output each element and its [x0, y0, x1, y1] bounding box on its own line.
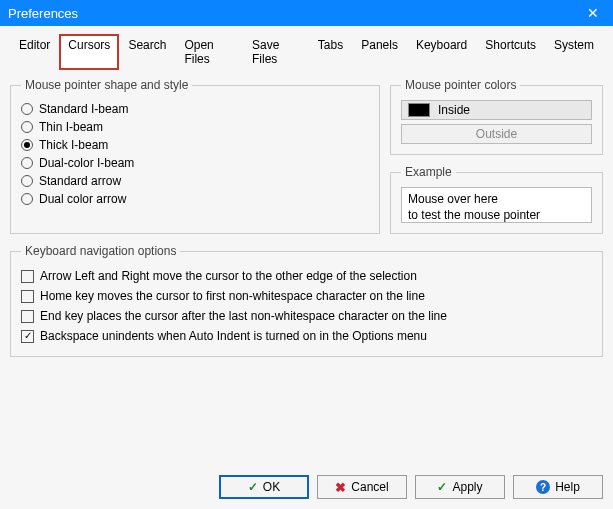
button-label: Help — [555, 480, 580, 494]
radio-icon — [21, 103, 33, 115]
radio-icon — [21, 193, 33, 205]
radio-standard-ibeam[interactable]: Standard I-beam — [21, 100, 369, 118]
content-area: Editor Cursors Search Open Files Save Fi… — [0, 26, 613, 509]
tab-open-files[interactable]: Open Files — [175, 34, 243, 70]
tabstrip: Editor Cursors Search Open Files Save Fi… — [10, 34, 603, 70]
button-label: Apply — [452, 480, 482, 494]
shape-legend: Mouse pointer shape and style — [21, 78, 192, 92]
radio-label: Standard I-beam — [39, 102, 128, 116]
cancel-button[interactable]: ✖ Cancel — [317, 475, 407, 499]
check-end-key[interactable]: End key places the cursor after the last… — [21, 306, 592, 326]
tab-save-files[interactable]: Save Files — [243, 34, 309, 70]
example-line1: Mouse over here — [408, 192, 585, 208]
close-icon: ✕ — [587, 5, 599, 21]
ok-button[interactable]: ✓ OK — [219, 475, 309, 499]
radio-label: Thick I-beam — [39, 138, 108, 152]
tab-shortcuts[interactable]: Shortcuts — [476, 34, 545, 70]
radio-label: Dual color arrow — [39, 192, 126, 206]
check-label: End key places the cursor after the last… — [40, 309, 447, 323]
tab-panels[interactable]: Panels — [352, 34, 407, 70]
color-outside[interactable]: Outside — [401, 124, 592, 144]
radio-label: Thin I-beam — [39, 120, 103, 134]
check-backspace-unindent[interactable]: ✓ Backspace unindents when Auto Indent i… — [21, 326, 592, 346]
titlebar: Preferences ✕ — [0, 0, 613, 26]
check-label: Home key moves the cursor to first non-w… — [40, 289, 425, 303]
color-label: Inside — [438, 103, 470, 117]
tab-system[interactable]: System — [545, 34, 603, 70]
keyboard-group: Keyboard navigation options Arrow Left a… — [10, 244, 603, 357]
tab-search[interactable]: Search — [119, 34, 175, 70]
check-label: Backspace unindents when Auto Indent is … — [40, 329, 427, 343]
checkbox-icon — [21, 290, 34, 303]
radio-standard-arrow[interactable]: Standard arrow — [21, 172, 369, 190]
help-button[interactable]: ? Help — [513, 475, 603, 499]
example-line2: to test the mouse pointer — [408, 208, 585, 223]
apply-button[interactable]: ✓ Apply — [415, 475, 505, 499]
check-arrow-lr[interactable]: Arrow Left and Right move the cursor to … — [21, 266, 592, 286]
tab-cursors[interactable]: Cursors — [59, 34, 119, 70]
check-icon: ✓ — [248, 480, 258, 494]
radio-icon — [21, 139, 33, 151]
close-button[interactable]: ✕ — [573, 0, 613, 26]
colors-legend: Mouse pointer colors — [401, 78, 520, 92]
shape-group: Mouse pointer shape and style Standard I… — [10, 78, 380, 234]
tab-tabs[interactable]: Tabs — [309, 34, 352, 70]
radio-icon — [21, 175, 33, 187]
help-icon: ? — [536, 480, 550, 494]
button-bar: ✓ OK ✖ Cancel ✓ Apply ? Help — [219, 475, 603, 499]
example-group: Example Mouse over here to test the mous… — [390, 165, 603, 234]
example-legend: Example — [401, 165, 456, 179]
keyboard-legend: Keyboard navigation options — [21, 244, 180, 258]
color-label: Outside — [476, 127, 517, 141]
radio-label: Dual-color I-beam — [39, 156, 134, 170]
radio-dual-color-arrow[interactable]: Dual color arrow — [21, 190, 369, 208]
radio-thick-ibeam[interactable]: Thick I-beam — [21, 136, 369, 154]
button-label: OK — [263, 480, 280, 494]
x-icon: ✖ — [335, 480, 346, 495]
check-label: Arrow Left and Right move the cursor to … — [40, 269, 417, 283]
example-box[interactable]: Mouse over here to test the mouse pointe… — [401, 187, 592, 223]
radio-thin-ibeam[interactable]: Thin I-beam — [21, 118, 369, 136]
checkbox-icon — [21, 270, 34, 283]
color-swatch-icon — [408, 103, 430, 117]
radio-label: Standard arrow — [39, 174, 121, 188]
check-home-key[interactable]: Home key moves the cursor to first non-w… — [21, 286, 592, 306]
colors-group: Mouse pointer colors Inside Outside — [390, 78, 603, 155]
tab-editor[interactable]: Editor — [10, 34, 59, 70]
check-icon: ✓ — [437, 480, 447, 494]
checkbox-icon: ✓ — [21, 330, 34, 343]
color-inside[interactable]: Inside — [401, 100, 592, 120]
window-title: Preferences — [8, 6, 78, 21]
radio-icon — [21, 121, 33, 133]
tab-keyboard[interactable]: Keyboard — [407, 34, 476, 70]
checkbox-icon — [21, 310, 34, 323]
radio-icon — [21, 157, 33, 169]
radio-dual-color-ibeam[interactable]: Dual-color I-beam — [21, 154, 369, 172]
button-label: Cancel — [351, 480, 388, 494]
